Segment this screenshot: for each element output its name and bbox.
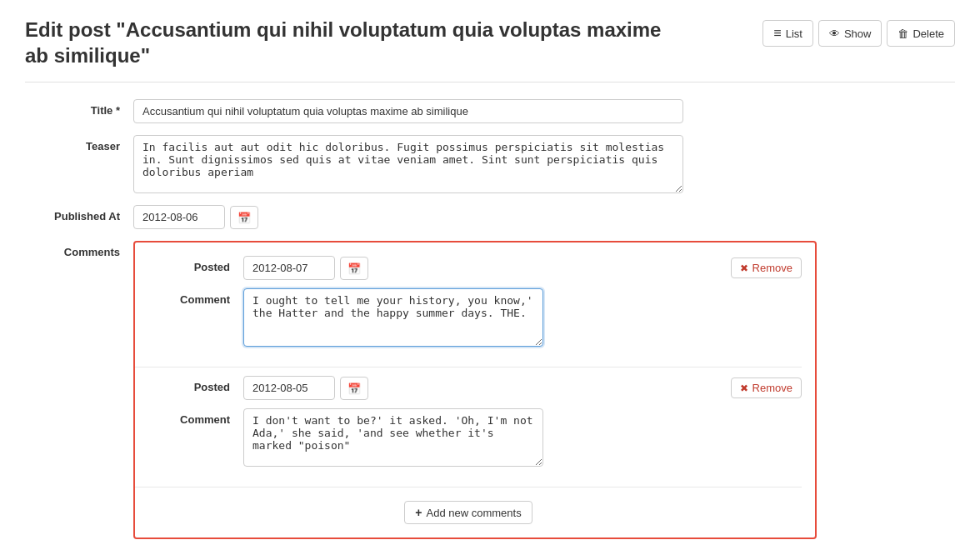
remove-icon-2 [740,382,748,394]
comment-text-row-1: Comment I ought to tell me your history,… [135,288,802,347]
delete-button[interactable]: Delete [887,20,955,47]
remove-icon-1 [740,262,748,274]
page-header: Edit post "Accusantium qui nihil volupta… [25,17,955,82]
published-at-label: Published At [25,205,133,222]
comments-section: Posted Remove Comment I ought [133,241,817,539]
comment-block-1: Posted Remove Comment I ought [135,256,802,368]
comment-textarea-1[interactable]: I ought to tell me your history, you kno… [243,288,543,347]
calendar-icon [238,211,251,224]
add-comments-row: Add new comments [135,496,802,524]
comment-label-1: Comment [135,288,243,306]
posted-input-2[interactable] [243,376,335,400]
list-button[interactable]: List [762,20,813,47]
comment-textarea-2[interactable]: I don't want to be?' it asked. 'Oh, I'm … [243,408,543,467]
add-comments-button[interactable]: Add new comments [404,501,532,524]
comment-label-2: Comment [135,408,243,426]
posted-row-inner-1 [243,256,368,280]
list-label: List [786,28,802,40]
published-at-date-group [133,205,258,229]
page-title: Edit post "Accusantium qui nihil volupta… [25,17,675,68]
posted-row-2: Remove [243,376,802,400]
teaser-label: Teaser [25,135,133,152]
posted-label-1: Posted [135,256,243,273]
add-comments-label: Add new comments [427,507,522,519]
plus-icon [415,506,422,519]
comment-posted-row-1: Posted Remove [135,256,802,280]
comments-outer-row: Comments Posted Remove [25,241,955,556]
list-icon [773,26,781,41]
remove-button-2[interactable]: Remove [731,378,802,398]
title-row: Title * [25,99,955,123]
remove-button-1[interactable]: Remove [731,258,802,278]
published-at-row: Published At [25,205,955,229]
title-input[interactable] [133,99,683,123]
show-button[interactable]: Show [818,20,882,47]
trash-icon [898,28,908,40]
published-at-input[interactable] [133,205,225,229]
comment-block-2: Posted Remove Comment I don't [135,376,802,488]
published-at-calendar-button[interactable] [230,206,258,229]
comment-text-row-2: Comment I don't want to be?' it asked. '… [135,408,802,467]
posted-input-1[interactable] [243,256,335,280]
comments-label: Comments [25,241,133,258]
posted-label-2: Posted [135,376,243,393]
teaser-textarea[interactable]: In facilis aut aut odit hic doloribus. F… [133,135,683,193]
posted-row-inner-2 [243,376,368,400]
posted-calendar-button-2[interactable] [340,377,368,400]
delete-label: Delete [912,28,944,40]
eye-icon [829,28,840,40]
posted-row-1: Remove [243,256,802,280]
comment-posted-row-2: Posted Remove [135,376,802,400]
title-label: Title * [25,99,133,117]
calendar-icon-1 [348,262,361,275]
posted-calendar-button-1[interactable] [340,257,368,280]
show-label: Show [844,28,872,40]
teaser-row: Teaser In facilis aut aut odit hic dolor… [25,135,955,193]
calendar-icon-2 [348,382,361,395]
header-buttons: List Show Delete [762,20,955,47]
